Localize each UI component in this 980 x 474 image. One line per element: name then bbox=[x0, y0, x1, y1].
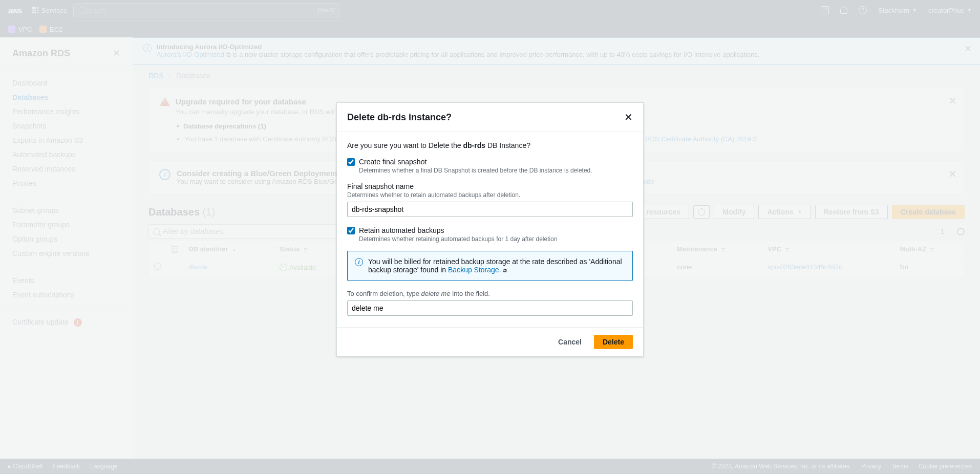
cancel-button[interactable]: Cancel bbox=[551, 335, 589, 349]
chk2-label: Retain automated backups bbox=[359, 226, 558, 234]
retain-backups-checkbox[interactable] bbox=[347, 227, 355, 234]
snapshot-name-input[interactable] bbox=[347, 202, 633, 217]
delete-button[interactable]: Delete bbox=[594, 335, 633, 349]
ext-link-icon: ⧉ bbox=[503, 267, 507, 273]
billing-info-box: i You will be billed for retained backup… bbox=[347, 251, 633, 281]
chk1-desc: Determines whether a final DB Snapshot i… bbox=[359, 167, 592, 174]
chk1-label: Create final snapshot bbox=[359, 158, 592, 166]
create-snapshot-checkbox[interactable] bbox=[347, 158, 355, 166]
info-icon: i bbox=[355, 258, 363, 266]
delete-modal: Delete db-rds instance? ✕ Are you sure y… bbox=[336, 102, 644, 357]
modal-question: Are you sure you want to Delete the db-r… bbox=[347, 141, 633, 149]
backup-storage-link[interactable]: Backup Storage. bbox=[448, 266, 501, 274]
snapshot-name-label: Final snapshot name bbox=[347, 182, 633, 190]
confirm-delete-input[interactable] bbox=[347, 300, 633, 316]
snapshot-name-desc: Determines whether to retain automated b… bbox=[347, 191, 633, 199]
modal-title: Delete db-rds instance? bbox=[347, 112, 452, 123]
confirm-hint: To confirm deletion, type delete me into… bbox=[347, 290, 633, 297]
modal-close-icon[interactable]: ✕ bbox=[624, 111, 633, 123]
chk2-desc: Determines whether retaining automated b… bbox=[359, 235, 558, 243]
